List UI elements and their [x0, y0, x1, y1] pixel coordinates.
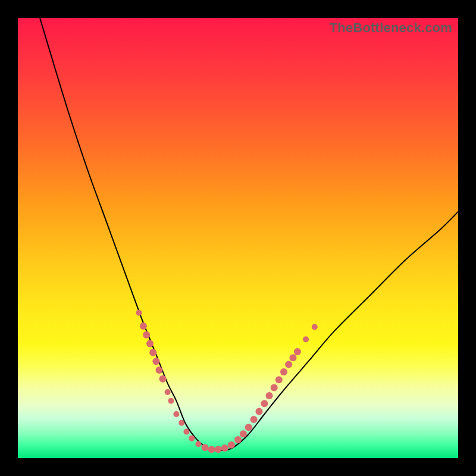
curve-marker [271, 384, 278, 392]
curve-marker [183, 429, 189, 435]
bottleneck-curve [40, 18, 458, 450]
curve-marker [159, 375, 167, 383]
curve-marker [136, 310, 142, 316]
curve-marker [312, 324, 318, 330]
curve-marker [245, 424, 252, 431]
curve-marker [250, 416, 258, 423]
curve-marker [240, 430, 247, 437]
curve-marker [266, 392, 273, 399]
curve-marker [261, 400, 268, 407]
curve-marker [256, 408, 263, 415]
curve-marker [178, 420, 184, 426]
curve-marker [208, 446, 215, 453]
curve-marker [195, 441, 201, 447]
curve-marker [275, 376, 283, 383]
curve-marker [280, 368, 287, 375]
curve-marker [221, 444, 228, 452]
chart-plot-area: TheBottleneck.com [18, 18, 458, 458]
curve-marker [189, 436, 195, 441]
curve-marker [285, 361, 292, 368]
curve-marker [294, 348, 301, 355]
curve-marker [173, 411, 179, 417]
chart-svg [18, 18, 458, 458]
curve-marker [152, 358, 159, 365]
curve-marker [140, 322, 147, 330]
curve-marker [303, 336, 309, 342]
curve-marker [234, 436, 242, 443]
curve-marker [165, 389, 171, 395]
curve-marker [149, 349, 156, 356]
curve-marker [168, 398, 174, 404]
curve-marker [146, 340, 154, 347]
curve-marker [228, 441, 235, 449]
curve-marker [202, 444, 209, 451]
curve-marker [290, 354, 297, 361]
curve-marker [143, 331, 150, 339]
curve-marker [156, 367, 163, 374]
curve-marker [215, 446, 222, 453]
